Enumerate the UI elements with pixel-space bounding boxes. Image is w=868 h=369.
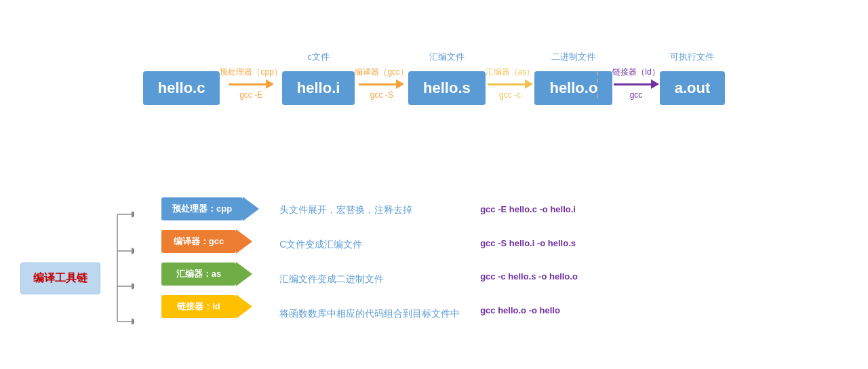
toolchain-section: 编译工具链 预处理器：cpp 编译器：gcc 汇编器：as 链接器：ld (0, 170, 868, 366)
arrow1-top-label: 预处理器（cpp） (220, 67, 281, 78)
stage-box-hello-c: hello.c (143, 71, 220, 105)
svg-marker-8 (132, 318, 134, 325)
stage-box-hello-s: hello.s (408, 71, 486, 105)
tools-column: 预处理器：cpp 编译器：gcc 汇编器：as 链接器：ld (161, 197, 259, 319)
svg-marker-7 (132, 283, 134, 290)
svg-marker-5 (132, 211, 134, 218)
svg-marker-6 (132, 248, 134, 254)
arrow3-bottom-label: gcc -c (499, 90, 521, 101)
tool-row-cpp: 预处理器：cpp (161, 197, 259, 221)
arrow3-head (525, 79, 533, 89)
tool-row-ld: 链接器：ld (161, 294, 259, 319)
stage-a-out: 可执行文件 a.out (660, 51, 726, 105)
desc-cpp: 头文件展开，宏替换，注释去掉 (279, 197, 460, 223)
arrow3-line (488, 83, 525, 85)
pipeline-section: . hello.c 预处理器（cpp） gcc -E c文件 hello.i 编… (0, 0, 868, 156)
arrow2-head (396, 79, 404, 89)
desc-gcc: C文件变成汇编文件 (279, 231, 460, 258)
desc-ld: 将函数数库中相应的代码组合到目标文件中 (279, 300, 460, 327)
tool-arrow-gcc (236, 229, 252, 254)
stage-label-hello-i: c文件 (307, 51, 330, 63)
tool-box-gcc: 编译器：gcc (161, 230, 236, 253)
arrow4-line (614, 83, 651, 85)
cmd-ld: gcc hello.o -o hello (480, 298, 578, 324)
tool-box-as: 汇编器：as (161, 263, 236, 286)
toolchain-label: 编译工具链 (20, 263, 100, 294)
tool-arrow-cpp (243, 197, 259, 221)
arrow2-line (359, 83, 396, 85)
pipeline: . hello.c 预处理器（cpp） gcc -E c文件 hello.i 编… (14, 51, 854, 105)
stage-hello-s: 汇编文件 hello.s (408, 51, 486, 105)
arrow1-bottom-label: gcc -E (239, 90, 262, 101)
cmd-gcc: gcc -S hello.i -o hello.s (480, 231, 578, 256)
stage-label-hello-o: 二进制文件 (551, 51, 595, 63)
arrow4-head (651, 79, 659, 89)
stage-box-hello-o: hello.o (534, 71, 612, 105)
arrow-preprocessor: 预处理器（cpp） gcc -E (220, 55, 281, 100)
tool-row-gcc: 编译器：gcc (161, 229, 259, 254)
tool-arrow-ld (236, 294, 252, 319)
desc-as: 汇编文件变成二进制文件 (279, 266, 460, 292)
dashed-divider (597, 71, 598, 98)
tool-box-ld: 链接器：ld (161, 295, 236, 318)
tool-row-as: 汇编器：as (161, 262, 259, 286)
arrow-compiler: 编译器（gcc） gcc -S (355, 55, 408, 100)
desc-column: 头文件展开，宏替换，注释去掉 C文件变成汇编文件 汇编文件变成二进制文件 将函数… (279, 197, 460, 327)
arrow1-line (229, 83, 266, 85)
arrow3-top-label: 汇编器（as） (486, 67, 535, 78)
arrow2-top-label: 编译器（gcc） (355, 67, 408, 78)
cmd-as: gcc -c hello.s -o hello.o (480, 264, 578, 290)
stage-hello-c: . hello.c (143, 51, 220, 105)
arrow-assembler: 汇编器（as） gcc -c (486, 55, 535, 100)
stage-box-hello-i: hello.i (282, 71, 355, 105)
stage-hello-i: c文件 hello.i (282, 51, 355, 105)
branch-connector-svg (100, 197, 134, 339)
cmd-column: gcc -E hello.c -o hello.i gcc -S hello.i… (480, 197, 578, 323)
arrow2-bottom-label: gcc -S (370, 90, 393, 101)
arrow4-top-label: 链接器（ld） (612, 67, 659, 78)
stage-box-a-out: a.out (660, 71, 726, 105)
stage-label-hello-s: 汇编文件 (429, 51, 465, 63)
cmd-cpp: gcc -E hello.c -o hello.i (480, 197, 578, 222)
arrow4-bottom-label: gcc (630, 90, 643, 101)
arrow1-head (266, 79, 274, 89)
tool-arrow-as (236, 262, 252, 286)
tool-box-cpp: 预处理器：cpp (161, 197, 243, 220)
stage-label-a-out: 可执行文件 (670, 51, 714, 63)
arrow-linker: 链接器（ld） gcc (612, 55, 659, 100)
stage-hello-o: 二进制文件 hello.o (534, 51, 612, 105)
